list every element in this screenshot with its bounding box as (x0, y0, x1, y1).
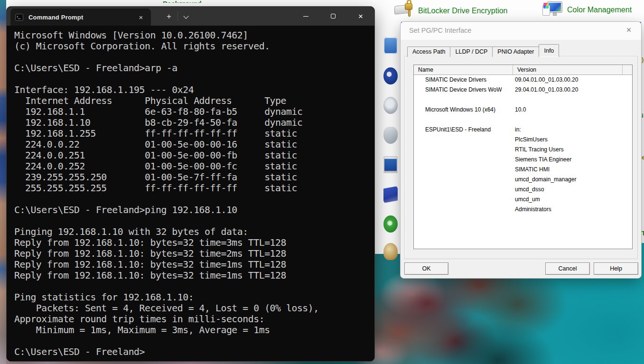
cell-version (513, 95, 632, 105)
help-button[interactable]: Help (594, 262, 638, 275)
cell-version: 10.0 (513, 105, 632, 115)
close-icon: × (358, 12, 363, 20)
terminal-tab-command-prompt[interactable]: Command Prompt × (10, 9, 151, 26)
cancel-button[interactable]: Cancel (545, 262, 590, 275)
minimize-icon (303, 16, 308, 17)
maximize-icon (331, 14, 336, 19)
partial-icon-6 (383, 186, 398, 203)
cut-text-fragment: i (642, 112, 644, 119)
cell-version: SIMATIC HMI (513, 165, 632, 175)
close-button[interactable]: × (347, 7, 374, 26)
list-row[interactable]: Siemens TIA Engineer (414, 155, 632, 165)
ok-button[interactable]: OK (404, 262, 448, 275)
minimize-button[interactable] (292, 7, 319, 26)
cell-name (414, 165, 513, 175)
cell-name: SIMATIC Device Drivers (414, 75, 513, 85)
window-controls: × (292, 7, 374, 26)
list-row[interactable]: umcd_domain_manager (414, 175, 632, 185)
divider (177, 11, 178, 21)
list-row[interactable]: PlcSimUsers (414, 135, 632, 145)
list-row[interactable]: Administrators (414, 205, 632, 215)
terminal-content-area[interactable]: Microsoft Windows [Version 10.0.26100.74… (7, 26, 374, 361)
cell-version: 09.04.01.00_01.03.00.20 (513, 75, 632, 85)
info-listbox[interactable]: Name Version SIMATIC Device Drivers09.04… (413, 65, 633, 249)
cell-name (414, 175, 513, 185)
cut-text-fragment: Te (642, 230, 644, 237)
list-row[interactable]: ESPUnit1\ESD - Freelandin: (414, 125, 632, 135)
cell-version: Administrators (513, 205, 632, 215)
cell-version: in: (513, 125, 632, 135)
tab-close-icon[interactable]: × (136, 13, 146, 21)
terminal-window: Command Prompt × + × Microsoft Windows [… (6, 6, 375, 362)
partial-icon-3 (383, 97, 398, 114)
cell-name (414, 195, 513, 205)
list-row[interactable]: umcd_dsso (414, 185, 632, 195)
cell-version: PlcSimUsers (513, 135, 632, 145)
desktop-icons-sliver (0, 0, 6, 364)
dialog-tabs: Access PathLLDP / DCPPNIO AdapterInfo (407, 44, 559, 57)
cell-name (414, 145, 513, 155)
cell-name: ESPUnit1\ESD - Freeland (414, 125, 513, 135)
tab-access-path[interactable]: Access Path (407, 47, 450, 57)
list-row[interactable]: SIMATIC Device Drivers WoW29.04.01.00_01… (414, 85, 632, 95)
screen: Background BitLocker Drive Encryption Co… (0, 0, 644, 364)
terminal-tab-title: Command Prompt (28, 14, 136, 21)
control-panel-item-bitlocker[interactable]: BitLocker Drive Encryption (394, 2, 508, 19)
partial-icon-8 (383, 243, 398, 260)
dialog-close-icon[interactable]: × (623, 25, 635, 35)
terminal-titlebar[interactable]: Command Prompt × + × (7, 7, 374, 26)
bitlocker-icon (394, 2, 413, 19)
cut-text-fragment: e (642, 154, 644, 161)
column-header-version[interactable]: Version (513, 65, 623, 75)
cell-name: Microsoft Windows 10 (x64) (414, 105, 513, 115)
cell-name (414, 205, 513, 215)
list-row[interactable]: SIMATIC Device Drivers09.04.01.00_01.03.… (414, 75, 632, 85)
cell-version: umcd_domain_manager (513, 175, 632, 185)
list-row[interactable] (414, 95, 632, 105)
cmd-icon (15, 14, 23, 21)
bitlocker-label[interactable]: BitLocker Drive Encryption (418, 7, 508, 15)
set-pgpc-interface-dialog: Set PG/PC Interface × Access PathLLDP / … (400, 21, 642, 279)
partial-icon-7 (383, 215, 398, 233)
cell-name (414, 185, 513, 195)
list-row[interactable]: SIMATIC HMI (414, 165, 632, 175)
tab-dropdown-chevron-icon[interactable] (181, 12, 192, 21)
dialog-title: Set PG/PC Interface (409, 27, 471, 34)
list-row[interactable]: Microsoft Windows 10 (x64)10.0 (414, 105, 632, 115)
list-row[interactable]: umcd_um (414, 195, 632, 205)
cell-name (414, 115, 513, 125)
color-management-icon (542, 1, 562, 19)
partial-icon-2 (383, 67, 398, 84)
partial-icon-1 (383, 37, 398, 54)
cut-text-fragment: Background (163, 0, 224, 3)
list-row[interactable]: RTIL Tracing Users (414, 145, 632, 155)
partial-icon-4 (383, 127, 398, 144)
color-management-label[interactable]: Color Management (567, 6, 632, 14)
column-header-name[interactable]: Name (414, 65, 513, 75)
cell-name (414, 135, 513, 145)
cell-name: SIMATIC Device Drivers WoW (414, 85, 513, 95)
tab-info[interactable]: Info (539, 44, 559, 57)
tab-pnio-adapter[interactable]: PNIO Adapter (492, 47, 539, 57)
partial-icon-5 (383, 156, 398, 173)
maximize-button[interactable] (319, 7, 347, 26)
info-tab-panel: Name Version SIMATIC Device Drivers09.04… (404, 56, 638, 259)
info-list-rows: SIMATIC Device Drivers09.04.01.00_01.03.… (414, 75, 632, 215)
control-panel-item-color-management[interactable]: Color Management (542, 1, 632, 19)
cell-version: RTIL Tracing Users (513, 145, 632, 155)
cell-version: 29.04.01.00_01.03.00.20 (513, 85, 632, 95)
list-row[interactable] (414, 115, 632, 125)
cell-name (414, 155, 513, 165)
dialog-titlebar[interactable]: Set PG/PC Interface × (401, 22, 641, 40)
cell-name (414, 95, 513, 105)
cell-version: umcd_dsso (513, 185, 632, 195)
tab-lldp-dcp[interactable]: LLDP / DCP (450, 47, 493, 57)
terminal-output: Microsoft Windows [Version 10.0.26100.74… (14, 30, 374, 357)
cut-text-fragment: ) (642, 56, 644, 63)
cell-version: umcd_um (513, 195, 632, 205)
cell-version: Siemens TIA Engineer (513, 155, 632, 165)
column-header-filler (623, 65, 632, 75)
list-header: Name Version (414, 65, 632, 75)
cell-version (513, 115, 632, 125)
new-tab-button[interactable]: + (162, 10, 176, 23)
